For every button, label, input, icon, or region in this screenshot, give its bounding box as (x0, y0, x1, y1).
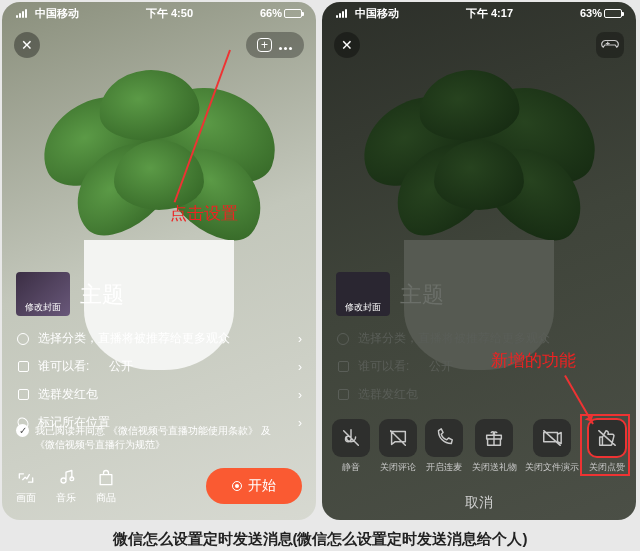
carrier-label: 中国移动 (355, 6, 399, 21)
camera-preview (2, 62, 316, 370)
cover-thumbnail[interactable]: 修改封面 (336, 272, 390, 316)
check-icon: ✓ (16, 424, 29, 437)
annotation-label-left: 点击设置 (170, 202, 238, 225)
more-pill[interactable]: + (246, 32, 304, 58)
tool-screen[interactable]: 画面 (16, 468, 36, 505)
redpacket-icon (16, 388, 30, 402)
stream-title: 主题 (400, 280, 444, 310)
signal-icon (336, 9, 347, 18)
option-redpacket[interactable]: 选群发红包› (16, 386, 302, 403)
battery-icon (284, 9, 302, 18)
camera-preview (322, 62, 636, 370)
grid-mute[interactable]: 静音 (332, 419, 370, 474)
phone-right: 中国移动 下午 4:17 63% ✕ 修改封面 主题 (322, 2, 636, 520)
battery-pct: 63% (580, 7, 602, 19)
option-visibility[interactable]: 谁可以看: 公开› (16, 358, 302, 375)
clock: 下午 4:17 (466, 6, 513, 21)
carrier-label: 中国移动 (35, 6, 79, 21)
grid-close-gifts[interactable]: 关闭送礼物 (472, 419, 517, 474)
status-bar: 中国移动 下午 4:17 63% (322, 2, 636, 24)
close-button[interactable]: ✕ (14, 32, 40, 58)
bottom-toolbar: 画面 音乐 商品 开始 (2, 462, 316, 510)
option-category[interactable]: 选择分类，直播将被推荐给更多观众› (16, 330, 302, 347)
cancel-button[interactable]: 取消 (322, 494, 636, 512)
gamepad-button[interactable] (596, 32, 624, 58)
tag-icon (16, 332, 30, 346)
agreement-row[interactable]: ✓ 我已阅读并同意 《微信视频号直播功能使用条款》 及 《微信视频号直播行为规范… (16, 424, 302, 452)
grid-close-comments[interactable]: 关闭评论 (379, 419, 417, 474)
phone-left: 中国移动 下午 4:50 66% ✕ + 点击 (2, 2, 316, 520)
close-button[interactable]: ✕ (334, 32, 360, 58)
tool-goods[interactable]: 商品 (96, 468, 116, 505)
svg-point-0 (70, 477, 74, 481)
battery-pct: 66% (260, 7, 282, 19)
status-bar: 中国移动 下午 4:50 66% (2, 2, 316, 24)
clock: 下午 4:50 (146, 6, 193, 21)
start-button[interactable]: 开始 (206, 468, 302, 504)
option-category: 选择分类，直播将被推荐给更多观众 (336, 330, 622, 347)
battery-icon (604, 9, 622, 18)
annotation-label-right: 新增的功能 (491, 349, 576, 372)
cover-thumbnail[interactable]: 修改封面 (16, 272, 70, 316)
tool-music[interactable]: 音乐 (56, 468, 76, 505)
record-icon (232, 481, 242, 491)
more-icon (278, 36, 293, 54)
option-visibility: 谁可以看: 公开 (336, 358, 622, 375)
article-caption: 微信怎么设置定时发送消息(微信怎么设置定时发送消息给个人) (0, 530, 640, 549)
annotation-arrow-left (174, 50, 231, 203)
lock-icon (16, 360, 30, 374)
signal-icon (16, 9, 27, 18)
add-icon: + (257, 38, 272, 52)
grid-close-present[interactable]: 关闭文件演示 (525, 419, 579, 474)
grid-open-lianmai[interactable]: 开启连麦 (425, 419, 463, 474)
stream-title[interactable]: 主题 (80, 280, 124, 310)
